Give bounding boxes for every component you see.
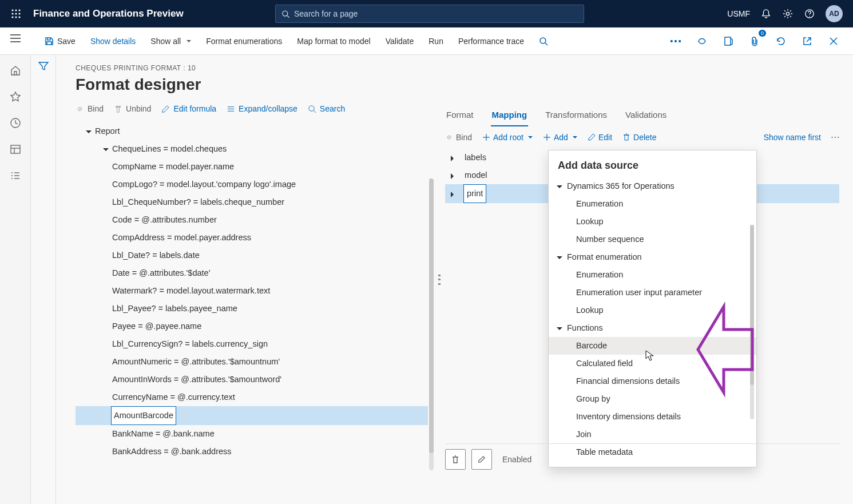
tree-node[interactable]: AmountNumeric = @.attributes.'$amountnum… xyxy=(76,353,428,371)
caret-icon[interactable] xyxy=(557,256,562,262)
format-tree[interactable]: Report ChequeLines = model.cheques CompN… xyxy=(76,122,428,461)
popup-item-group-by[interactable]: Group by xyxy=(549,390,756,408)
tree-node[interactable]: Lbl_CurrencySign? = labels.currency_sign xyxy=(76,335,428,353)
tree-node[interactable]: BankName = @.bank.name xyxy=(76,425,428,443)
popup-item-enum-user-input[interactable]: Enumeration user input parameter xyxy=(549,284,756,301)
popup-item-financial-dimensions[interactable]: Financial dimensions details xyxy=(549,372,756,390)
popup-group-d365[interactable]: Dynamics 365 for Operations xyxy=(549,177,756,195)
app-launcher-icon[interactable] xyxy=(5,2,27,25)
tree-node[interactable]: Date = @.attributes.'$date' xyxy=(76,264,428,282)
edit-button[interactable]: Edit xyxy=(588,133,612,142)
tree-node[interactable]: BankAddress = @.bank.address xyxy=(76,443,428,461)
tree-search-button[interactable]: Search xyxy=(308,104,345,113)
footer-edit-button[interactable] xyxy=(471,449,492,470)
splitter-handle[interactable] xyxy=(434,55,445,504)
format-enumerations-button[interactable]: Format enumerations xyxy=(200,33,288,49)
popup-item-lookup-2[interactable]: Lookup xyxy=(549,301,756,319)
popup-item-enumeration[interactable]: Enumeration xyxy=(549,195,756,213)
map-format-button[interactable]: Map format to model xyxy=(291,33,376,49)
tab-format[interactable]: Format xyxy=(445,105,475,126)
refresh-icon[interactable] xyxy=(772,32,790,50)
show-details-button[interactable]: Show details xyxy=(85,33,141,49)
global-search-input[interactable] xyxy=(294,9,578,18)
tree-node-selected[interactable]: AmountBarcode xyxy=(76,406,428,425)
edit-formula-button[interactable]: Edit formula xyxy=(161,104,216,113)
gear-icon[interactable] xyxy=(782,8,794,19)
favorites-icon[interactable] xyxy=(9,90,22,103)
attachments-icon[interactable]: 0 xyxy=(745,32,764,50)
bind-button-right[interactable]: Bind xyxy=(445,133,472,142)
home-icon[interactable] xyxy=(9,64,22,77)
more-icon-right[interactable] xyxy=(831,133,839,141)
caret-icon[interactable] xyxy=(451,192,457,197)
company-picker[interactable]: USMF xyxy=(727,9,750,18)
performance-trace-button[interactable]: Performance trace xyxy=(453,33,530,49)
svg-point-8 xyxy=(18,16,20,18)
caret-icon[interactable] xyxy=(557,327,562,333)
tree-node[interactable]: CompLogo? = model.layout.'company logo'.… xyxy=(76,176,428,193)
more-icon[interactable] xyxy=(666,32,685,50)
popup-scrollbar[interactable] xyxy=(750,225,754,419)
svg-point-7 xyxy=(15,16,17,18)
caret-icon[interactable] xyxy=(557,185,562,191)
hamburger-icon[interactable] xyxy=(10,34,21,44)
global-search[interactable] xyxy=(275,5,584,23)
save-button[interactable]: Save xyxy=(39,33,81,49)
close-icon[interactable] xyxy=(824,32,843,50)
user-avatar[interactable]: AD xyxy=(826,5,843,22)
popup-item-enumeration-2[interactable]: Enumeration xyxy=(549,266,756,284)
find-button[interactable] xyxy=(533,33,554,49)
tree-node[interactable]: CompAddress = model.payer.address xyxy=(76,229,428,247)
tree-node[interactable]: CurrencyName = @.currency.text xyxy=(76,388,428,406)
popup-group-functions[interactable]: Functions xyxy=(549,319,756,337)
popup-item-inventory-dimensions[interactable]: Inventory dimensions details xyxy=(549,408,756,426)
bell-icon[interactable] xyxy=(760,8,772,19)
recent-icon[interactable] xyxy=(9,117,22,129)
unbind-button[interactable]: Unbind xyxy=(114,104,151,113)
tree-node-report[interactable]: Report xyxy=(76,122,428,140)
bind-button[interactable]: Bind xyxy=(76,104,104,113)
run-button[interactable]: Run xyxy=(423,33,449,49)
tab-validations[interactable]: Validations xyxy=(624,105,668,126)
show-all-dropdown[interactable]: Show all xyxy=(145,33,197,49)
office-icon[interactable] xyxy=(719,32,737,50)
tree-node[interactable]: CompName = model.payer.name xyxy=(76,158,428,176)
tree-node[interactable]: Lbl_ChequeNumber? = labels.cheque_number xyxy=(76,193,428,211)
caret-icon[interactable] xyxy=(451,156,457,161)
filter-pane-toggle[interactable] xyxy=(31,55,56,504)
delete-button[interactable]: Delete xyxy=(622,133,656,142)
expand-collapse-button[interactable]: Expand/collapse xyxy=(227,104,297,113)
popout-icon[interactable] xyxy=(798,32,816,50)
tree-node[interactable]: Code = @.attributes.number xyxy=(76,211,428,229)
tree-node[interactable]: Lbl_Payee? = labels.payee_name xyxy=(76,300,428,318)
add-root-dropdown[interactable]: Add root xyxy=(482,133,533,142)
tab-mapping[interactable]: Mapping xyxy=(491,105,529,126)
tree-node[interactable]: AmountInWords = @.attributes.'$amountwor… xyxy=(76,371,428,388)
tree-node[interactable]: Watermark? = model.layout.watermark.text xyxy=(76,282,428,300)
modules-icon[interactable] xyxy=(9,169,22,182)
scrollbar-thumb[interactable] xyxy=(429,178,434,453)
popup-item-barcode[interactable]: Barcode xyxy=(549,337,756,355)
svg-point-19 xyxy=(671,40,672,42)
show-name-first-button[interactable]: Show name first xyxy=(764,133,821,142)
validate-button[interactable]: Validate xyxy=(380,33,420,49)
footer-delete-button[interactable] xyxy=(445,449,466,470)
popup-item-number-sequence[interactable]: Number sequence xyxy=(549,231,756,248)
popup-group-format-enum[interactable]: Format enumeration xyxy=(549,248,756,266)
caret-icon[interactable] xyxy=(103,148,109,154)
help-icon[interactable] xyxy=(804,8,815,19)
tree-node-chequelines[interactable]: ChequeLines = model.cheques xyxy=(76,140,428,158)
popup-item-calculated-field[interactable]: Calculated field xyxy=(549,355,756,372)
add-dropdown[interactable]: Add xyxy=(543,133,577,142)
tree-node[interactable]: Lbl_Date? = labels.date xyxy=(76,247,428,264)
tab-transformations[interactable]: Transformations xyxy=(544,105,608,126)
popup-scrollbar-thumb[interactable] xyxy=(750,225,754,385)
workspaces-icon[interactable] xyxy=(9,143,22,156)
caret-icon[interactable] xyxy=(86,130,92,136)
popup-item-join[interactable]: Join xyxy=(549,426,756,443)
popup-item-lookup[interactable]: Lookup xyxy=(549,213,756,231)
dataverse-icon[interactable] xyxy=(693,32,711,50)
tree-node[interactable]: Payee = @.payee.name xyxy=(76,318,428,335)
caret-icon[interactable] xyxy=(451,173,457,179)
scrollbar[interactable] xyxy=(429,178,434,470)
